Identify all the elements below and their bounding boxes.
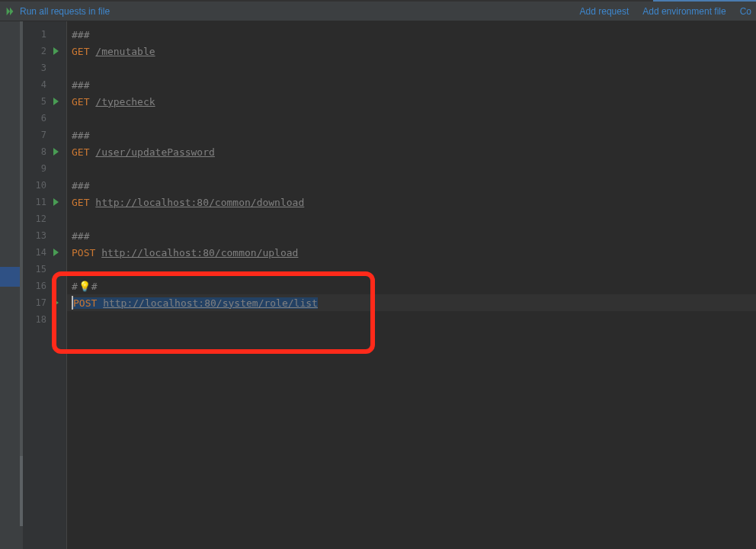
left-margin-highlight: [0, 267, 20, 287]
comment-text: ###: [72, 130, 89, 141]
gutter-line: 18: [23, 311, 66, 328]
code-line[interactable]: GET /user/updatePassword: [67, 143, 756, 160]
line-number: 15: [25, 264, 46, 274]
line-number: 11: [25, 197, 46, 207]
comment-text: #: [91, 281, 98, 292]
comment-text: ###: [72, 29, 89, 40]
code-line[interactable]: [67, 160, 756, 177]
comment-text: ###: [72, 230, 89, 242]
request-url[interactable]: http://localhost:80/common/download: [95, 197, 304, 208]
gutter-line: 3: [23, 59, 66, 76]
gutter-line: 8: [23, 143, 66, 160]
gutter-line: 2: [23, 43, 66, 59]
editor-toolbar: Run all requests in file Add request Add…: [0, 2, 756, 21]
line-number: 13: [25, 230, 46, 241]
run-request-icon[interactable]: [53, 47, 59, 55]
gutter-line: 17: [23, 294, 66, 311]
line-number: 9: [25, 163, 46, 174]
line-number: 6: [25, 113, 46, 124]
line-number: 17: [25, 297, 46, 308]
gutter-line: 5: [23, 93, 66, 110]
code-line[interactable]: POST http://localhost:80/system/role/lis…: [67, 294, 756, 311]
editor-area: 123456789101112131415161718 ###GET /menu…: [0, 21, 756, 549]
selected-text: POST http://localhost:80/system/role/lis…: [73, 297, 318, 309]
line-number: 1: [25, 29, 46, 40]
code-line[interactable]: [67, 110, 756, 127]
line-number: 10: [25, 180, 46, 191]
line-number: 12: [25, 214, 46, 224]
request-url[interactable]: /user/updatePassword: [95, 146, 215, 158]
code-line[interactable]: GET /typecheck: [67, 93, 756, 110]
code-line[interactable]: [67, 311, 756, 328]
run-all-icon[interactable]: [5, 6, 15, 17]
top-tab-highlight: [653, 0, 756, 2]
http-method: GET: [72, 197, 95, 208]
add-request-button[interactable]: Add request: [580, 6, 629, 17]
gutter-line: 16: [23, 278, 66, 294]
http-method: POST: [72, 247, 101, 258]
gutter-line: 14: [23, 244, 66, 261]
gutter-line: 13: [23, 227, 66, 244]
http-method: POST: [73, 297, 103, 309]
add-environment-file-button[interactable]: Add environment file: [642, 6, 726, 17]
lightbulb-icon[interactable]: 💡: [78, 281, 91, 292]
line-number: 14: [25, 247, 46, 258]
code-line[interactable]: ###: [67, 26, 756, 43]
run-request-icon[interactable]: [53, 198, 59, 206]
request-url[interactable]: /menutable: [95, 46, 155, 57]
code-line[interactable]: GET /menutable: [67, 43, 756, 59]
comment-text: #: [72, 281, 78, 292]
code-line[interactable]: POST http://localhost:80/common/upload: [67, 244, 756, 261]
code-line[interactable]: ###: [67, 76, 756, 93]
left-margin-strip-lower: [20, 456, 23, 526]
gutter-line: 10: [23, 177, 66, 194]
run-request-icon[interactable]: [53, 148, 59, 156]
code-line[interactable]: ###: [67, 177, 756, 194]
line-number: 8: [25, 146, 46, 157]
line-number: 16: [25, 281, 46, 291]
line-number: 2: [25, 46, 46, 56]
comment-text: ###: [72, 79, 89, 91]
http-method: GET: [72, 96, 95, 108]
gutter-line: 11: [23, 194, 66, 210]
code-line[interactable]: GET http://localhost:80/common/download: [67, 194, 756, 210]
run-request-icon[interactable]: [53, 299, 59, 307]
gutter-line: 7: [23, 127, 66, 143]
gutter-line: 1: [23, 26, 66, 43]
request-url[interactable]: http://localhost:80/common/upload: [101, 247, 298, 258]
request-url[interactable]: /typecheck: [95, 96, 155, 108]
gutter: 123456789101112131415161718: [23, 21, 67, 549]
run-all-button[interactable]: Run all requests in file: [20, 6, 110, 17]
line-number: 7: [25, 130, 46, 140]
line-number: 4: [25, 79, 46, 90]
code-line[interactable]: #💡#: [67, 278, 756, 294]
request-url[interactable]: http://localhost:80/system/role/list: [103, 297, 318, 309]
left-margin: [0, 21, 23, 549]
config-button[interactable]: Co: [740, 6, 751, 17]
gutter-line: 15: [23, 261, 66, 278]
run-request-icon[interactable]: [53, 98, 59, 105]
line-number: 3: [25, 63, 46, 73]
code-area[interactable]: ###GET /menutable###GET /typecheck###GET…: [67, 21, 756, 549]
code-line[interactable]: ###: [67, 227, 756, 244]
gutter-line: 12: [23, 210, 66, 227]
run-request-icon[interactable]: [53, 249, 59, 256]
http-method: GET: [72, 146, 95, 158]
code-line[interactable]: [67, 59, 756, 76]
http-method: GET: [72, 46, 95, 57]
code-line[interactable]: [67, 261, 756, 278]
gutter-line: 6: [23, 110, 66, 127]
code-line[interactable]: [67, 210, 756, 227]
line-number: 18: [25, 314, 46, 325]
line-number: 5: [25, 96, 46, 107]
gutter-line: 9: [23, 160, 66, 177]
code-line[interactable]: ###: [67, 127, 756, 143]
gutter-line: 4: [23, 76, 66, 93]
comment-text: ###: [72, 180, 89, 191]
